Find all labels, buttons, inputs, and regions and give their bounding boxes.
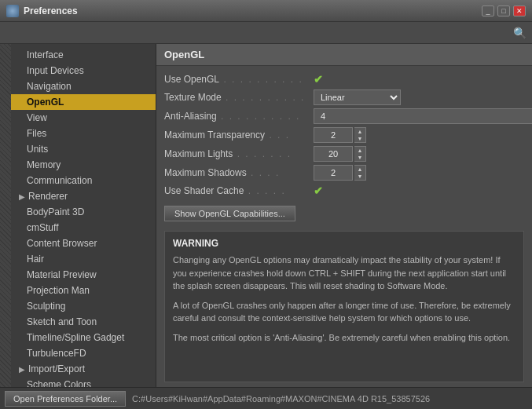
sidebar-item-opengl[interactable]: OpenGL (11, 94, 156, 110)
search-button[interactable]: 🔍 (512, 25, 527, 41)
section-title: OpenGL (156, 44, 532, 66)
sidebar-item-renderer[interactable]: ▶Renderer (11, 188, 156, 204)
warning-paragraph-3: The most critical option is 'Anti-Aliasi… (173, 331, 515, 345)
use-opengl-value: ✔ (314, 73, 323, 86)
sidebar-label-units: Units (27, 144, 48, 155)
sidebar-label-communication: Communication (27, 175, 92, 186)
app-icon (6, 5, 19, 17)
window-controls: _ □ ✕ (482, 5, 526, 16)
texture-mode-row: Texture Mode . . . . . . . . . . LinearN… (164, 88, 524, 107)
sidebar-item-projection-man[interactable]: Projection Man (11, 283, 156, 298)
sidebar-label-timeline-spline-gadget: Timeline/Spline Gadget (27, 332, 124, 343)
anti-aliasing-label: Anti-Aliasing . . . . . . . . . . (164, 111, 314, 122)
max-lights-up[interactable]: ▲ (354, 147, 365, 154)
anti-aliasing-value: Off248 (314, 108, 532, 124)
use-shader-cache-value: ✔ (314, 184, 323, 197)
use-shader-cache-label: Use Shader Cache . . . . . (164, 185, 314, 196)
sidebar-label-renderer: Renderer (28, 191, 68, 202)
sidebar-item-sketch-and-toon[interactable]: Sketch and Toon (11, 314, 156, 330)
sidebar-item-view[interactable]: View (11, 110, 156, 126)
max-transparency-input[interactable] (314, 127, 353, 143)
sidebar-arrow-import-export: ▶ (19, 365, 25, 374)
sidebar-item-timeline-spline-gadget[interactable]: Timeline/Spline Gadget (11, 330, 156, 345)
sidebar-label-view: View (27, 112, 47, 123)
sidebar-item-import-export[interactable]: ▶Import/Export (11, 361, 156, 377)
sidebar-label-import-export: Import/Export (28, 363, 85, 374)
texture-mode-label: Texture Mode . . . . . . . . . . (164, 92, 314, 103)
warning-paragraph-1: Changing any OpenGL options may dramatic… (173, 254, 515, 293)
warning-title: WARNING (173, 238, 515, 249)
sidebar-label-input-devices: Input Devices (27, 65, 84, 76)
max-lights-label: Maximum Lights . . . . . . . (164, 148, 314, 159)
sidebar-label-sketch-and-toon: Sketch and Toon (27, 316, 97, 327)
sidebar-label-cmstuff: cmStuff (27, 222, 58, 233)
show-capabilities-container: Show OpenGL Capabilities... (164, 203, 524, 221)
anti-aliasing-dropdown[interactable]: Off248 (314, 108, 532, 124)
max-shadows-row: Maximum Shadows . . . . ▲ ▼ (164, 163, 524, 182)
sidebar-label-material-preview: Material Preview (27, 269, 97, 280)
sidebar-item-material-preview[interactable]: Material Preview (11, 267, 156, 283)
use-shader-cache-check: ✔ (314, 184, 323, 197)
sidebar-item-interface[interactable]: Interface (11, 47, 156, 63)
sidebar-arrow-renderer: ▶ (19, 192, 25, 201)
max-lights-value: ▲ ▼ (314, 146, 366, 162)
sidebar-item-content-browser[interactable]: Content Browser (11, 236, 156, 251)
sidebar-label-turbulencefd: TurbulenceFD (27, 348, 86, 359)
open-preferences-folder-button[interactable]: Open Preferences Folder... (5, 391, 126, 407)
max-transparency-spinner: ▲ ▼ (354, 127, 366, 143)
max-transparency-up[interactable]: ▲ (354, 128, 365, 135)
sidebar-label-scheme-colors: Scheme Colors (27, 379, 91, 387)
sidebar-label-hair: Hair (27, 254, 44, 265)
max-shadows-label: Maximum Shadows . . . . (164, 167, 314, 178)
sidebar-item-sculpting[interactable]: Sculpting (11, 298, 156, 314)
sidebar-label-memory: Memory (27, 159, 61, 170)
sidebar-item-turbulencefd[interactable]: TurbulenceFD (11, 345, 156, 361)
sidebar-item-memory[interactable]: Memory (11, 157, 156, 173)
texture-mode-dropdown[interactable]: LinearNearestMipmap LinearMipmap Nearest (314, 89, 401, 105)
max-shadows-up[interactable]: ▲ (354, 166, 365, 173)
max-transparency-down[interactable]: ▼ (354, 135, 365, 142)
max-transparency-label: Maximum Transparency . . . (164, 130, 314, 141)
sidebar-label-opengl: OpenGL (27, 97, 64, 108)
use-opengl-row: Use OpenGL . . . . . . . . . . ✔ (164, 71, 524, 88)
max-shadows-input[interactable] (314, 165, 353, 181)
warning-paragraph-2: A lot of OpenGL crashes only happen afte… (173, 299, 515, 325)
sidebar-label-files: Files (27, 128, 46, 139)
sidebar-label-projection-man: Projection Man (27, 285, 90, 296)
sidebar-item-units[interactable]: Units (11, 141, 156, 157)
max-shadows-down[interactable]: ▼ (354, 173, 365, 180)
sidebar: InterfaceInput DevicesNavigationOpenGLVi… (11, 44, 156, 387)
sidebar-item-communication[interactable]: Communication (11, 173, 156, 188)
settings-area: Use OpenGL . . . . . . . . . . ✔ Texture… (156, 66, 532, 226)
minimize-button[interactable]: _ (482, 5, 494, 16)
close-button[interactable]: ✕ (513, 5, 526, 16)
title-bar: Preferences _ □ ✕ (0, 0, 532, 22)
maximize-button[interactable]: □ (497, 5, 510, 16)
max-shadows-spinner: ▲ ▼ (354, 165, 366, 181)
sidebar-item-navigation[interactable]: Navigation (11, 79, 156, 94)
warning-area: WARNING Changing any OpenGL options may … (164, 231, 524, 382)
sidebar-item-scheme-colors[interactable]: Scheme Colors (11, 377, 156, 387)
max-transparency-row: Maximum Transparency . . . ▲ ▼ (164, 126, 524, 144)
sidebar-item-input-devices[interactable]: Input Devices (11, 63, 156, 79)
sidebar-label-interface: Interface (27, 49, 64, 60)
sidebar-label-navigation: Navigation (27, 81, 72, 92)
sidebar-item-hair[interactable]: Hair (11, 251, 156, 267)
sidebar-texture (0, 44, 11, 387)
main-container: 🔍 InterfaceInput DevicesNavigationOpenGL… (0, 22, 532, 409)
sidebar-item-bodypaint-3d[interactable]: BodyPaint 3D (11, 204, 156, 220)
max-lights-row: Maximum Lights . . . . . . . ▲ ▼ (164, 144, 524, 163)
show-opengl-capabilities-button[interactable]: Show OpenGL Capabilities... (164, 206, 295, 221)
texture-mode-value: LinearNearestMipmap LinearMipmap Nearest (314, 89, 401, 105)
max-lights-down[interactable]: ▼ (354, 154, 365, 161)
max-lights-spinner: ▲ ▼ (354, 146, 366, 162)
bottom-bar: Open Preferences Folder... C:#Users#KiHw… (0, 387, 532, 409)
sidebar-item-cmstuff[interactable]: cmStuff (11, 220, 156, 236)
max-lights-input[interactable] (314, 146, 353, 162)
sidebar-label-sculpting: Sculpting (27, 301, 65, 312)
body-area: InterfaceInput DevicesNavigationOpenGLVi… (0, 44, 532, 387)
preferences-path: C:#Users#KiHwan#AppData#Roaming#MAXON#CI… (132, 394, 430, 404)
sidebar-label-content-browser: Content Browser (27, 238, 97, 249)
use-opengl-label: Use OpenGL . . . . . . . . . . (164, 74, 314, 85)
sidebar-item-files[interactable]: Files (11, 126, 156, 141)
